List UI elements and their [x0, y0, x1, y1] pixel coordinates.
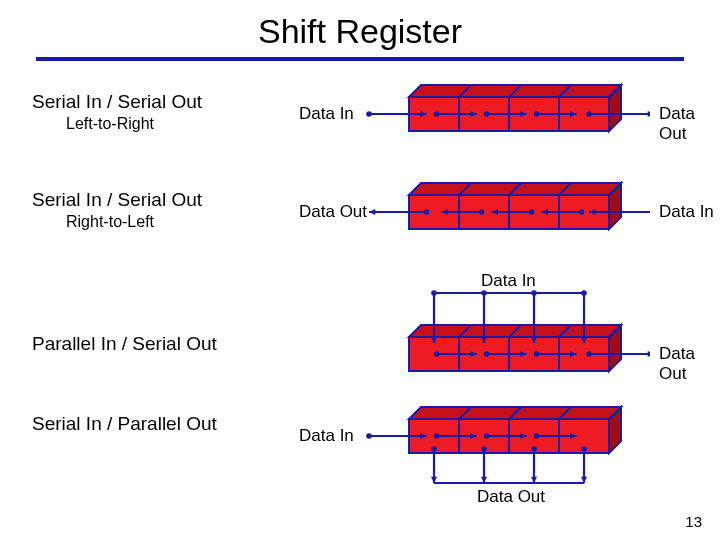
svg-marker-43 — [369, 209, 375, 215]
svg-point-11 — [434, 111, 440, 117]
row-main-label: Serial In / Serial Out — [32, 189, 202, 211]
bottom-port-label: Data Out — [477, 487, 545, 507]
svg-marker-67 — [648, 351, 650, 357]
register-row: Serial In / Serial OutRight-to-LeftData … — [0, 173, 720, 271]
title-underline — [36, 57, 684, 61]
svg-point-81 — [581, 290, 587, 296]
register-row: Parallel In / Serial OutData OutData In — [0, 289, 720, 397]
register-block — [320, 397, 650, 491]
row-sub-label: Right-to-Left — [66, 213, 154, 231]
svg-point-114 — [581, 446, 587, 452]
svg-marker-22 — [648, 111, 650, 117]
svg-point-65 — [534, 351, 540, 357]
svg-point-35 — [579, 209, 585, 215]
register-block — [320, 173, 650, 267]
page-title: Shift Register — [0, 12, 720, 51]
svg-point-72 — [431, 290, 437, 296]
svg-point-78 — [531, 290, 537, 296]
svg-point-17 — [534, 111, 540, 117]
svg-point-111 — [531, 446, 537, 452]
svg-point-20 — [366, 111, 372, 117]
page-number: 13 — [685, 513, 702, 530]
left-port-label: Data Out — [299, 202, 367, 222]
svg-point-38 — [529, 209, 535, 215]
svg-point-102 — [366, 433, 372, 439]
right-port-label: Data Out — [659, 344, 720, 384]
row-main-label: Serial In / Serial Out — [32, 91, 202, 113]
row-sub-label: Left-to-Right — [66, 115, 154, 133]
svg-point-105 — [431, 446, 437, 452]
svg-point-62 — [484, 351, 490, 357]
row-main-label: Parallel In / Serial Out — [32, 333, 217, 355]
svg-point-96 — [484, 433, 490, 439]
svg-point-93 — [434, 433, 440, 439]
svg-point-23 — [586, 111, 592, 117]
right-port-label: Data In — [659, 202, 714, 222]
register-block — [320, 289, 650, 383]
register-row: Serial In / Serial OutLeft-to-RightData … — [0, 75, 720, 173]
left-port-label: Data In — [299, 104, 354, 124]
register-block — [320, 75, 650, 169]
top-port-label: Data In — [481, 271, 536, 291]
svg-point-59 — [434, 351, 440, 357]
svg-point-41 — [479, 209, 485, 215]
svg-point-75 — [481, 290, 487, 296]
svg-point-14 — [484, 111, 490, 117]
right-port-label: Data Out — [659, 104, 720, 144]
svg-point-99 — [534, 433, 540, 439]
svg-point-108 — [481, 446, 487, 452]
row-main-label: Serial In / Parallel Out — [32, 413, 217, 435]
left-port-label: Data In — [299, 426, 354, 446]
svg-point-44 — [424, 209, 430, 215]
register-row: Serial In / Parallel OutData InData Out — [0, 397, 720, 517]
svg-point-68 — [586, 351, 592, 357]
